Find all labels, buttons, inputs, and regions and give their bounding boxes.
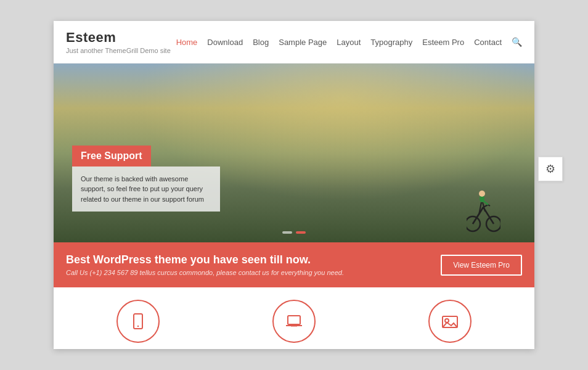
- svg-point-9: [479, 191, 485, 197]
- feature-image-icon: [428, 300, 472, 343]
- svg-point-14: [137, 326, 138, 327]
- nav-blog[interactable]: Blog: [253, 38, 269, 47]
- feature-mobile-icon: [116, 300, 160, 343]
- nav-home[interactable]: Home: [176, 38, 198, 47]
- gear-button[interactable]: ⚙: [538, 157, 563, 181]
- nav-esteem-pro[interactable]: Esteem Pro: [422, 38, 464, 47]
- banner-text: Best WordPress theme you have seen till …: [66, 253, 344, 276]
- features-row: [54, 287, 534, 349]
- page-wrapper: Esteem Just another ThemeGrill Demo site…: [54, 21, 534, 349]
- feature-item-image: [425, 300, 475, 343]
- nav-contact[interactable]: Contact: [474, 38, 502, 47]
- nav-download[interactable]: Download: [207, 38, 243, 47]
- feature-item-mobile: [113, 300, 163, 343]
- svg-rect-15: [288, 316, 300, 324]
- svg-line-7: [488, 205, 490, 206]
- caption-body: Our theme is backed with awesome support…: [72, 166, 220, 212]
- caption-title: Free Support: [72, 146, 151, 166]
- site-nav: Home Download Blog Sample Page Layout Ty…: [176, 37, 522, 47]
- slide-dot-2[interactable]: [296, 231, 306, 234]
- view-esteem-pro-button[interactable]: View Esteem Pro: [441, 255, 522, 276]
- feature-item-laptop: [269, 300, 319, 343]
- site-branding: Esteem Just another ThemeGrill Demo site: [66, 30, 171, 54]
- hero-slider: Free Support Our theme is backed with aw…: [54, 64, 534, 242]
- search-icon[interactable]: 🔍: [512, 37, 522, 47]
- slide-caption: Free Support Our theme is backed with aw…: [72, 146, 220, 212]
- nav-sample-page[interactable]: Sample Page: [279, 38, 327, 47]
- red-banner: Best WordPress theme you have seen till …: [54, 242, 534, 287]
- feature-laptop-icon: [272, 300, 316, 343]
- site-header: Esteem Just another ThemeGrill Demo site…: [54, 21, 534, 64]
- cyclist-icon: [467, 178, 500, 233]
- site-title: Esteem: [66, 30, 171, 46]
- site-tagline: Just another ThemeGrill Demo site: [66, 47, 171, 54]
- banner-subtext: Call Us (+1) 234 567 89 tellus curcus co…: [66, 269, 344, 276]
- nav-typography[interactable]: Typography: [370, 38, 412, 47]
- nav-layout[interactable]: Layout: [337, 38, 361, 47]
- banner-headline: Best WordPress theme you have seen till …: [66, 253, 344, 266]
- slide-dot-1[interactable]: [282, 231, 292, 234]
- slider-dots: [282, 231, 306, 234]
- gear-icon: ⚙: [545, 162, 555, 176]
